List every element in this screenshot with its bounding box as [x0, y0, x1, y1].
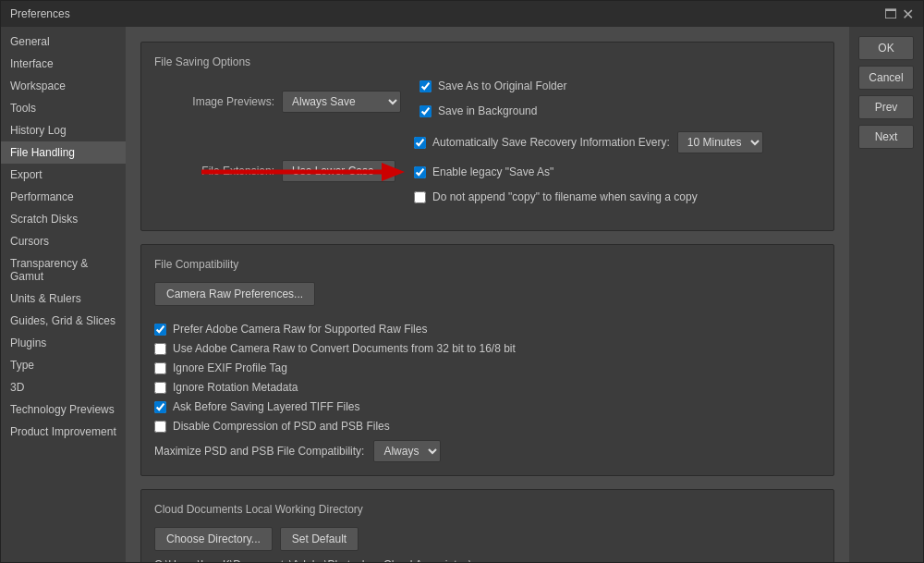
red-arrow-icon: [201, 158, 405, 186]
sidebar-item-interface[interactable]: Interface: [1, 53, 126, 75]
save-in-background-checkbox[interactable]: [419, 105, 432, 117]
maximize-label: Maximize PSD and PSB File Compatibility:: [154, 445, 364, 458]
prefer-camera-raw-label: Prefer Adobe Camera Raw for Supported Ra…: [173, 323, 427, 336]
sidebar-item-product-improvement[interactable]: Product Improvement: [1, 421, 126, 443]
ask-tiff-checkbox[interactable]: [154, 401, 166, 413]
cloud-path: C:\Users\ImreK\Documents\Adobe\Photoshop…: [154, 558, 821, 562]
file-compat-section: File Compatibility Camera Raw Preference…: [140, 244, 834, 476]
convert-32bit-row: Use Adobe Camera Raw to Convert Document…: [154, 342, 821, 355]
side-buttons: OK Cancel Prev Next: [849, 27, 923, 562]
convert-32bit-label: Use Adobe Camera Raw to Convert Document…: [173, 342, 516, 355]
file-compat-title: File Compatibility: [154, 258, 821, 271]
sidebar-item-file-handling[interactable]: File Handling: [1, 141, 126, 164]
title-bar-controls: 🗖 ✕: [884, 6, 914, 21]
set-default-btn[interactable]: Set Default: [280, 527, 359, 551]
maximize-select[interactable]: Always Never Ask: [373, 440, 441, 462]
file-saving-section: File Saving Options Image Previews: Alwa…: [140, 42, 834, 231]
sidebar-item-cursors[interactable]: Cursors: [1, 230, 126, 252]
cloud-docs-section: Cloud Documents Local Working Directory …: [140, 489, 834, 562]
camera-raw-btn[interactable]: Camera Raw Preferences...: [154, 282, 315, 306]
legacy-save-as-checkbox[interactable]: [414, 166, 426, 178]
no-copy-row: Do not append "copy" to filename when sa…: [414, 190, 763, 203]
content-area: GeneralInterfaceWorkspaceToolsHistory Lo…: [1, 27, 923, 562]
sidebar-item-technology-previews[interactable]: Technology Previews: [1, 398, 126, 421]
prefer-camera-raw-checkbox[interactable]: [154, 324, 166, 336]
save-as-original-checkbox[interactable]: [419, 80, 432, 92]
ignore-rotation-row: Ignore Rotation Metadata: [154, 381, 821, 394]
cloud-docs-title: Cloud Documents Local Working Directory: [154, 503, 821, 516]
ignore-exif-label: Ignore EXIF Profile Tag: [173, 361, 287, 374]
prev-button[interactable]: Prev: [858, 95, 914, 119]
ok-button[interactable]: OK: [858, 36, 914, 60]
auto-save-checkbox[interactable]: [414, 137, 426, 149]
window-title: Preferences: [10, 7, 70, 20]
ignore-rotation-checkbox[interactable]: [154, 382, 166, 394]
sidebar-item-plugins[interactable]: Plugins: [1, 332, 126, 354]
disable-compression-label: Disable Compression of PSD and PSB Files: [173, 420, 390, 433]
time-select[interactable]: 10 Minutes 5 Minutes 15 Minutes 30 Minut…: [677, 131, 763, 153]
sidebar-item-general[interactable]: General: [1, 31, 126, 53]
disable-compression-checkbox[interactable]: [154, 421, 166, 433]
preferences-window: Preferences 🗖 ✕ GeneralInterfaceWorkspac…: [0, 0, 924, 563]
image-previews-select[interactable]: Always Save Never Save Ask When Saving: [282, 91, 401, 113]
window-icon: 🗖: [884, 6, 897, 21]
auto-save-label: Automatically Save Recovery Information …: [432, 136, 670, 149]
sidebar-item-type[interactable]: Type: [1, 354, 126, 376]
ignore-rotation-label: Ignore Rotation Metadata: [173, 381, 298, 394]
ask-tiff-row: Ask Before Saving Layered TIFF Files: [154, 400, 821, 413]
ignore-exif-row: Ignore EXIF Profile Tag: [154, 361, 821, 374]
compat-options: Prefer Adobe Camera Raw for Supported Ra…: [154, 323, 821, 433]
file-extension-row: File Extension: Use Lower Case Use Upper…: [154, 131, 821, 210]
sidebar-item-performance[interactable]: Performance: [1, 186, 126, 208]
auto-save-row: Automatically Save Recovery Information …: [414, 131, 763, 153]
convert-32bit-checkbox[interactable]: [154, 343, 166, 355]
svg-marker-1: [382, 163, 405, 181]
disable-compression-row: Disable Compression of PSD and PSB Files: [154, 420, 821, 433]
file-saving-title: File Saving Options: [154, 55, 821, 68]
sidebar-item-export[interactable]: Export: [1, 164, 126, 186]
image-previews-label: Image Previews:: [154, 95, 274, 108]
sidebar-item-workspace[interactable]: Workspace: [1, 75, 126, 97]
sidebar-item-tools[interactable]: Tools: [1, 97, 126, 119]
choose-directory-btn[interactable]: Choose Directory...: [154, 527, 273, 551]
legacy-save-as-row: Enable legacy "Save As": [414, 165, 763, 178]
ask-tiff-label: Ask Before Saving Layered TIFF Files: [173, 400, 360, 413]
sidebar-item-transparency--gamut[interactable]: Transparency & Gamut: [1, 252, 126, 288]
no-copy-label: Do not append "copy" to filename when sa…: [432, 190, 698, 203]
no-copy-checkbox[interactable]: [414, 191, 426, 203]
close-button[interactable]: ✕: [901, 7, 914, 20]
save-as-original-label: Save As to Original Folder: [438, 80, 566, 92]
sidebar-item-history-log[interactable]: History Log: [1, 119, 126, 141]
cancel-button[interactable]: Cancel: [858, 66, 914, 90]
sidebar: GeneralInterfaceWorkspaceToolsHistory Lo…: [1, 27, 126, 562]
prefer-camera-raw-row: Prefer Adobe Camera Raw for Supported Ra…: [154, 323, 821, 336]
title-bar: Preferences 🗖 ✕: [1, 1, 923, 27]
image-previews-row: Image Previews: Always Save Never Save A…: [154, 80, 821, 124]
save-in-background-row: Save in Background: [419, 104, 566, 117]
ignore-exif-checkbox[interactable]: [154, 362, 166, 374]
main-content: File Saving Options Image Previews: Alwa…: [126, 27, 849, 562]
sidebar-item-scratch-disks[interactable]: Scratch Disks: [1, 208, 126, 230]
save-in-background-label: Save in Background: [438, 104, 537, 117]
legacy-save-as-label: Enable legacy "Save As": [432, 165, 553, 178]
next-button[interactable]: Next: [858, 125, 914, 149]
maximize-row: Maximize PSD and PSB File Compatibility:…: [154, 440, 821, 462]
sidebar-item-units--rulers[interactable]: Units & Rulers: [1, 288, 126, 310]
save-as-original-row: Save As to Original Folder: [419, 80, 566, 92]
sidebar-item-guides-grid--slices[interactable]: Guides, Grid & Slices: [1, 310, 126, 332]
sidebar-item-3d[interactable]: 3D: [1, 376, 126, 398]
